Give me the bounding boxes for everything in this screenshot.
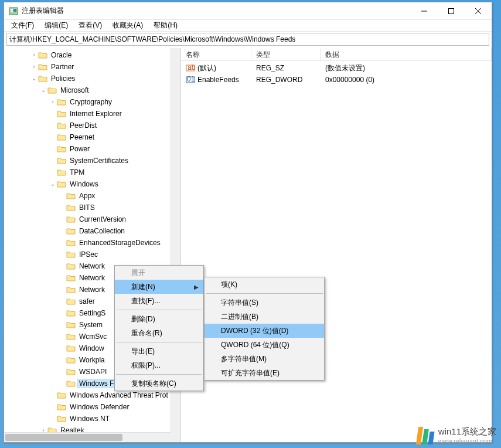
tree-label: System bbox=[77, 320, 104, 330]
tree-item[interactable]: TPM bbox=[4, 167, 171, 178]
folder-icon bbox=[66, 192, 76, 200]
menu-item[interactable]: 新建(N)▶ bbox=[115, 280, 203, 294]
tree-item[interactable]: PeerDist bbox=[4, 120, 171, 131]
menu-item[interactable]: DWORD (32 位)值(D) bbox=[205, 324, 324, 338]
svg-text:011: 011 bbox=[187, 75, 195, 83]
folder-icon bbox=[66, 309, 76, 317]
close-button[interactable] bbox=[465, 2, 492, 20]
titlebar: 注册表编辑器 bbox=[4, 2, 492, 20]
menu-item[interactable]: 项(K) bbox=[205, 277, 324, 291]
value-name: EnableFeeds bbox=[197, 76, 239, 84]
values-list[interactable]: ab(默认)REG_SZ(数值未设置)011EnableFeedsREG_DWO… bbox=[181, 61, 492, 87]
menu-view[interactable]: 查看(V) bbox=[74, 20, 107, 31]
folder-icon bbox=[38, 74, 47, 83]
menu-item[interactable]: 二进制值(B) bbox=[205, 310, 324, 324]
maximize-button[interactable] bbox=[438, 2, 465, 20]
folder-icon bbox=[66, 321, 76, 329]
col-name[interactable]: 名称 bbox=[181, 48, 251, 60]
tree-item[interactable]: ›Oracle bbox=[4, 49, 171, 61]
expand-icon[interactable]: › bbox=[30, 52, 38, 58]
expand-icon[interactable]: › bbox=[49, 99, 57, 105]
folder-icon bbox=[57, 391, 66, 399]
scroll-thumb[interactable] bbox=[5, 434, 122, 441]
menu-item-label: 可扩充字符串值(E) bbox=[221, 368, 280, 378]
menu-item-label: 字符串值(S) bbox=[221, 298, 258, 308]
folder-icon bbox=[66, 215, 76, 223]
menu-item[interactable]: 多字符串值(M) bbox=[205, 352, 324, 366]
tree-label: EnhancedStorageDevices bbox=[77, 238, 162, 247]
expand-icon[interactable]: › bbox=[30, 64, 38, 70]
folder-icon bbox=[66, 368, 76, 376]
tree-item[interactable]: Internet Explorer bbox=[4, 108, 171, 120]
tree-label: WSDAPI bbox=[77, 367, 108, 376]
tree-label: Network bbox=[77, 262, 107, 271]
col-type[interactable]: 类型 bbox=[251, 48, 321, 60]
menu-item[interactable]: 字符串值(S) bbox=[205, 296, 324, 310]
menu-edit[interactable]: 编辑(E) bbox=[40, 20, 73, 31]
tree-item[interactable]: EnhancedStorageDevices bbox=[4, 237, 171, 249]
menu-separator bbox=[116, 342, 202, 342]
tree-label: Workpla bbox=[77, 355, 107, 365]
menu-separator bbox=[116, 374, 202, 375]
tree-item[interactable]: ⌄Microsoft bbox=[4, 84, 171, 96]
watermark-logo bbox=[417, 427, 434, 444]
folder-icon bbox=[57, 415, 66, 423]
tree-label: Windows NT bbox=[68, 414, 111, 423]
menu-item-label: 删除(D) bbox=[131, 314, 155, 324]
value-row[interactable]: 011EnableFeedsREG_DWORD0x00000000 (0) bbox=[181, 74, 492, 86]
svg-rect-3 bbox=[13, 9, 16, 12]
folder-icon bbox=[47, 426, 57, 432]
menu-item[interactable]: 重命名(R) bbox=[115, 326, 203, 340]
menu-item-label: 重命名(R) bbox=[131, 328, 162, 338]
watermark-title: win11系统之家 bbox=[438, 426, 496, 437]
tree-item[interactable]: ⌄Windows bbox=[4, 178, 171, 190]
tree-item[interactable]: CurrentVersion bbox=[4, 213, 171, 225]
menu-item[interactable]: 权限(P)... bbox=[115, 358, 203, 372]
address-bar[interactable]: 计算机\HKEY_LOCAL_MACHINE\SOFTWARE\Policies… bbox=[6, 33, 489, 46]
menu-help[interactable]: 帮助(H) bbox=[149, 20, 182, 31]
minimize-button[interactable] bbox=[411, 2, 438, 20]
col-data[interactable]: 数据 bbox=[321, 48, 492, 60]
folder-icon bbox=[66, 297, 76, 306]
address-text: 计算机\HKEY_LOCAL_MACHINE\SOFTWARE\Policies… bbox=[9, 35, 295, 45]
tree-item[interactable]: Appx bbox=[4, 190, 171, 202]
registry-editor-window: 注册表编辑器 文件(F) 编辑(E) 查看(V) 收藏夹(A) 帮助(H) 计算… bbox=[4, 2, 492, 443]
menu-item[interactable]: 查找(F)... bbox=[115, 294, 203, 308]
menu-item[interactable]: 导出(E) bbox=[115, 344, 203, 358]
tree-item[interactable]: DataCollection bbox=[4, 225, 171, 237]
menu-item[interactable]: 删除(D) bbox=[115, 312, 203, 326]
tree-item[interactable]: SystemCertificates bbox=[4, 155, 171, 167]
menu-favorites[interactable]: 收藏夹(A) bbox=[108, 20, 148, 31]
folder-icon bbox=[57, 168, 66, 177]
expand-icon[interactable]: › bbox=[39, 427, 47, 432]
tree-item[interactable]: ›Partner bbox=[4, 61, 171, 73]
tree-item[interactable]: Windows Advanced Threat Prot bbox=[4, 389, 171, 401]
app-icon bbox=[9, 6, 18, 16]
tree-item[interactable]: ›Realtek bbox=[4, 425, 171, 432]
binary-value-icon: 011 bbox=[186, 75, 195, 84]
menu-item[interactable]: 可扩充字符串值(E) bbox=[205, 366, 324, 380]
tree-item[interactable]: Windows Defender bbox=[4, 401, 171, 413]
tree-label: Network bbox=[77, 273, 107, 283]
string-value-icon: ab bbox=[186, 63, 195, 73]
tree-item[interactable]: BITS bbox=[4, 202, 171, 213]
menu-file[interactable]: 文件(F) bbox=[6, 20, 39, 31]
tree-item[interactable]: Power bbox=[4, 143, 171, 155]
tree-scrollbar-horizontal[interactable] bbox=[4, 432, 171, 442]
menu-item-label: 复制项名称(C) bbox=[131, 379, 176, 389]
collapse-icon[interactable]: ⌄ bbox=[49, 181, 57, 187]
menu-item[interactable]: 复制项名称(C) bbox=[115, 376, 203, 391]
tree-item[interactable]: Peernet bbox=[4, 131, 171, 143]
menu-item[interactable]: QWORD (64 位)值(Q) bbox=[205, 338, 324, 352]
tree-item[interactable]: ⌄Policies bbox=[4, 73, 171, 84]
tree-item[interactable]: IPSec bbox=[4, 249, 171, 260]
tree-item[interactable]: ›Cryptography bbox=[4, 96, 171, 108]
collapse-icon[interactable]: ⌄ bbox=[39, 87, 47, 93]
tree-label: CurrentVersion bbox=[77, 215, 128, 224]
tree-item[interactable]: Windows NT bbox=[4, 413, 171, 425]
context-menu-key: 展开新建(N)▶查找(F)...删除(D)重命名(R)导出(E)权限(P)...… bbox=[114, 265, 204, 391]
value-row[interactable]: ab(默认)REG_SZ(数值未设置) bbox=[181, 62, 492, 74]
collapse-icon[interactable]: ⌄ bbox=[30, 76, 38, 82]
folder-icon bbox=[66, 227, 76, 235]
tree-label: Peernet bbox=[68, 133, 96, 142]
